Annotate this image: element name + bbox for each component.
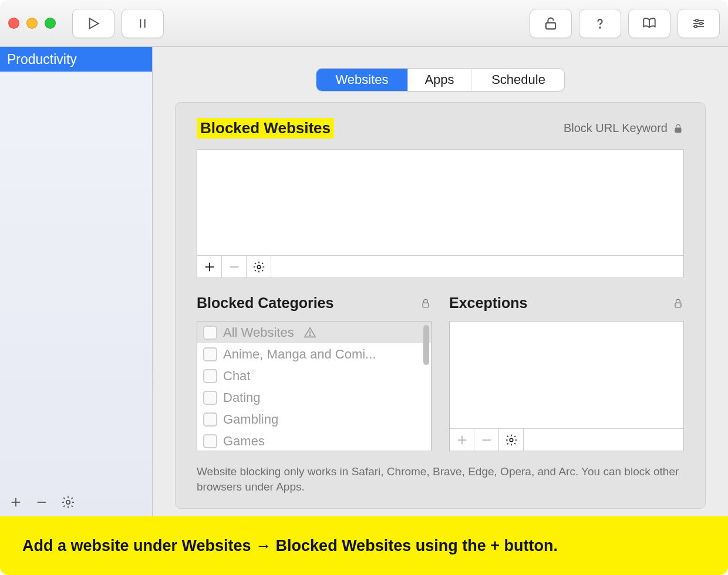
category-label: All Websites (223, 325, 294, 340)
exceptions-column: Exceptions (449, 295, 684, 451)
lock-button[interactable] (530, 9, 572, 38)
checkbox[interactable] (203, 347, 217, 361)
gear-icon (505, 434, 518, 447)
exception-options-button[interactable] (499, 429, 524, 451)
svg-point-15 (66, 500, 70, 504)
category-label: Games (223, 434, 265, 449)
book-icon (641, 16, 658, 31)
tab-apps[interactable]: Apps (408, 69, 471, 91)
category-label: Chat (223, 368, 250, 384)
svg-rect-3 (546, 22, 555, 29)
svg-point-4 (599, 27, 600, 28)
sidebar-item-productivity[interactable]: Productivity (0, 47, 152, 72)
gear-icon (252, 261, 265, 273)
sidebar-settings-button[interactable] (61, 495, 75, 509)
remove-exception-button[interactable] (474, 429, 499, 451)
gear-icon (61, 495, 75, 509)
minus-icon (480, 434, 493, 447)
svg-rect-21 (423, 303, 429, 307)
blocked-categories-column: Blocked Categories All Websites Anime, M… (197, 295, 432, 451)
sidebar-add-button[interactable] (9, 496, 22, 509)
help-button[interactable] (579, 9, 621, 38)
svg-point-11 (695, 25, 697, 27)
sidebar-remove-button[interactable] (35, 496, 48, 509)
blocked-websites-header: Blocked Websites Block URL Keyword (197, 118, 684, 138)
remove-website-button[interactable] (222, 256, 247, 278)
lock-icon (672, 122, 684, 135)
lock-icon (672, 297, 684, 310)
minus-icon (35, 496, 48, 509)
minimize-window-button[interactable] (26, 18, 38, 29)
exceptions-title: Exceptions (449, 295, 527, 312)
websites-panel: Blocked Websites Block URL Keyword (175, 102, 706, 509)
checkbox[interactable] (203, 434, 217, 448)
checkbox[interactable] (203, 391, 217, 405)
play-button[interactable] (72, 9, 114, 38)
blocked-categories-title: Blocked Categories (197, 295, 333, 312)
plus-icon (9, 496, 22, 509)
browser-note: Website blocking only works in Safari, C… (197, 464, 684, 494)
blocked-websites-toolbar (197, 255, 683, 278)
category-anime[interactable]: Anime, Manga and Comi... (197, 343, 431, 365)
svg-rect-16 (675, 128, 681, 133)
instruction-banner: Add a website under Websites → Blocked W… (0, 516, 728, 575)
minus-icon (228, 261, 241, 273)
sidebar: Productivity (0, 47, 153, 516)
website-options-button[interactable] (247, 256, 271, 278)
svg-rect-24 (675, 303, 681, 307)
blocked-websites-list[interactable] (197, 149, 684, 278)
plus-icon (203, 261, 216, 273)
blocked-categories-list[interactable]: All Websites Anime, Manga and Comi... Ch… (197, 321, 432, 451)
category-dating[interactable]: Dating (197, 387, 431, 408)
settings-button[interactable] (678, 9, 720, 38)
blocked-websites-title: Blocked Websites (197, 118, 334, 138)
pause-button[interactable] (122, 9, 164, 38)
add-exception-button[interactable] (450, 429, 474, 451)
library-button[interactable] (628, 9, 670, 38)
category-label: Gambling (223, 412, 278, 427)
plus-icon (456, 434, 469, 447)
scroll-thumb[interactable] (423, 325, 429, 365)
category-gambling[interactable]: Gambling (197, 408, 431, 430)
category-all-websites[interactable]: All Websites (197, 322, 431, 343)
titlebar (0, 0, 728, 47)
tab-websites[interactable]: Websites (316, 69, 408, 91)
checkbox[interactable] (203, 412, 217, 427)
tab-bar: Websites Apps Schedule (316, 68, 565, 92)
unlock-icon (542, 15, 559, 32)
play-icon (86, 16, 101, 31)
exceptions-body (450, 322, 683, 428)
category-label: Dating (223, 390, 261, 405)
category-games[interactable]: Games (197, 430, 431, 451)
close-window-button[interactable] (8, 18, 19, 29)
sliders-icon (690, 16, 707, 31)
checkbox[interactable] (203, 326, 217, 340)
svg-point-7 (696, 19, 698, 21)
sidebar-footer (9, 495, 75, 509)
content: Websites Apps Schedule Blocked Websites … (153, 47, 728, 516)
warning-icon (304, 326, 316, 339)
checkbox[interactable] (203, 369, 217, 383)
block-url-keyword-label: Block URL Keyword (564, 121, 668, 135)
blocked-websites-body (197, 150, 683, 255)
exceptions-list[interactable] (449, 321, 684, 451)
add-website-button[interactable] (197, 256, 222, 278)
lock-icon (420, 297, 432, 310)
category-chat[interactable]: Chat (197, 365, 431, 387)
traffic-lights (8, 18, 56, 29)
zoom-window-button[interactable] (45, 18, 56, 29)
exceptions-toolbar (450, 428, 683, 451)
svg-point-20 (257, 265, 261, 269)
tab-schedule[interactable]: Schedule (471, 69, 565, 91)
category-label: Anime, Manga and Comi... (223, 347, 376, 362)
svg-point-28 (510, 438, 513, 442)
help-icon (592, 15, 608, 32)
svg-marker-0 (90, 18, 99, 28)
svg-point-23 (309, 334, 311, 336)
svg-point-9 (700, 22, 702, 24)
pause-icon (136, 16, 149, 31)
sidebar-item-label: Productivity (7, 52, 77, 67)
instruction-text: Add a website under Websites → Blocked W… (22, 537, 558, 555)
block-url-keyword[interactable]: Block URL Keyword (564, 121, 684, 135)
